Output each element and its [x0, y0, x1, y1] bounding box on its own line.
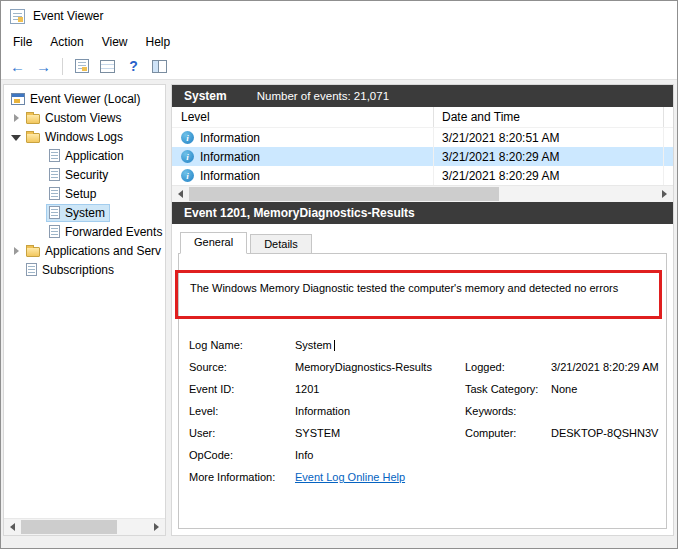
- event-row[interactable]: i Information 3/21/2021 8:20:29 AM: [172, 166, 673, 185]
- tree-item-forwarded-events[interactable]: Forwarded Events: [4, 222, 165, 241]
- event-level: Information: [200, 169, 260, 183]
- collapse-arrow-icon[interactable]: [8, 129, 24, 145]
- detail-header-bar: Event 1201, MemoryDiagnostics-Results: [172, 202, 673, 224]
- event-list: i Information 3/21/2021 8:20:51 AM i Inf…: [172, 128, 673, 185]
- field-spacer: [551, 449, 659, 462]
- help-icon: ?: [129, 59, 138, 73]
- tree-item-application[interactable]: Application: [4, 146, 165, 165]
- back-icon: ←: [10, 59, 25, 74]
- forward-icon: →: [36, 59, 51, 74]
- information-icon: i: [181, 131, 194, 144]
- folder-icon: [26, 133, 40, 143]
- event-log-icon: [49, 149, 60, 162]
- tab-general[interactable]: General: [180, 232, 247, 254]
- event-level: Information: [200, 131, 260, 145]
- tree-item-label: Event Viewer (Local): [30, 92, 141, 106]
- event-log-icon: [49, 225, 60, 238]
- properties-icon: [100, 60, 115, 73]
- datetime-cell: 3/21/2021 8:20:51 AM: [434, 128, 664, 147]
- event-id-label: Event ID:: [189, 383, 295, 396]
- toolbar-separator: [62, 58, 63, 75]
- tree-item-label: Applications and Serv: [45, 244, 161, 258]
- scroll-left-button[interactable]: [4, 519, 21, 535]
- tree-item-windows-logs[interactable]: Windows Logs: [4, 127, 165, 146]
- tree-horizontal-scrollbar[interactable]: [4, 518, 165, 535]
- scroll-left-button[interactable]: [172, 186, 189, 202]
- computer-label: Computer:: [465, 427, 551, 440]
- tree-node: Security: [47, 167, 112, 183]
- opcode-value: Info: [295, 449, 465, 462]
- logged-value: 3/21/2021 8:20:29 AM: [551, 361, 659, 374]
- event-log-online-help-link[interactable]: Event Log Online Help: [295, 471, 659, 484]
- tree-item-label: Setup: [65, 187, 96, 201]
- properties-button[interactable]: [96, 55, 119, 77]
- event-row[interactable]: i Information 3/21/2021 8:20:51 AM: [172, 128, 673, 147]
- tree-item-applications-and-services[interactable]: Applications and Serv: [4, 241, 165, 260]
- menu-view[interactable]: View: [93, 32, 137, 52]
- column-header-date-and-time[interactable]: Date and Time: [434, 107, 664, 127]
- tree-item-setup[interactable]: Setup: [4, 184, 165, 203]
- expander-spacer: [8, 262, 24, 278]
- console-tree-pane: Event Viewer (Local) Custom Views Window…: [3, 84, 166, 536]
- tab-details[interactable]: Details: [250, 234, 312, 254]
- log-name-value[interactable]: System: [295, 339, 465, 352]
- tree-item-custom-views[interactable]: Custom Views: [4, 108, 165, 127]
- tree-item-label: Forwarded Events: [65, 225, 162, 239]
- datetime-cell: 3/21/2021 8:20:29 AM: [434, 147, 664, 166]
- field-spacer: [551, 339, 659, 352]
- field-spacer: [465, 339, 551, 352]
- scrollbar-thumb[interactable]: [189, 187, 499, 201]
- more-information-label: More Information:: [189, 471, 295, 484]
- scroll-right-button[interactable]: [148, 519, 165, 535]
- tree-item-system[interactable]: System: [4, 203, 165, 222]
- user-value: SYSTEM: [295, 427, 465, 440]
- menu-help[interactable]: Help: [137, 32, 180, 52]
- task-category-value: None: [551, 383, 659, 396]
- tree-node: Subscriptions: [24, 262, 118, 278]
- scroll-right-icon: [154, 523, 159, 531]
- scroll-right-button[interactable]: [656, 186, 673, 202]
- folder-icon: [26, 114, 40, 124]
- opcode-label: OpCode:: [189, 449, 295, 462]
- general-tab-content: The Windows Memory Diagnostic tested the…: [178, 253, 667, 529]
- event-id-value: 1201: [295, 383, 465, 396]
- event-detail-pane: General Details The Windows Memory Diagn…: [172, 224, 673, 535]
- window-title: Event Viewer: [33, 9, 103, 23]
- event-description: The Windows Memory Diagnostic tested the…: [190, 282, 618, 294]
- scrollbar-thumb[interactable]: [21, 520, 117, 534]
- forward-button[interactable]: →: [32, 55, 55, 77]
- action-pane-toggle-icon: [152, 60, 167, 73]
- scroll-right-icon: [662, 190, 667, 198]
- tree-node: Windows Logs: [24, 129, 127, 145]
- event-viewer-app-icon: [10, 9, 25, 24]
- expand-arrow-icon[interactable]: [8, 243, 24, 259]
- logged-label: Logged:: [465, 361, 551, 374]
- tree-item-event-viewer-local[interactable]: Event Viewer (Local): [4, 89, 165, 108]
- event-log-icon: [49, 187, 60, 200]
- tree-node: Applications and Serv: [24, 243, 165, 259]
- menu-action[interactable]: Action: [41, 32, 92, 52]
- folder-icon: [26, 247, 40, 257]
- log-name-text: System: [295, 339, 332, 351]
- level-value: Information: [295, 405, 465, 418]
- action-pane-toggle-button[interactable]: [148, 55, 171, 77]
- menu-file[interactable]: File: [4, 32, 41, 52]
- level-cell: i Information: [172, 147, 434, 166]
- tree-node-selected: System: [47, 205, 109, 221]
- tree-item-label: Subscriptions: [42, 263, 114, 277]
- expand-arrow-icon[interactable]: [8, 110, 24, 126]
- open-saved-log-button[interactable]: [70, 55, 93, 77]
- tree-item-security[interactable]: Security: [4, 165, 165, 184]
- list-title: System: [184, 89, 227, 103]
- help-button[interactable]: ?: [122, 55, 145, 77]
- tree-node: Forwarded Events: [47, 224, 165, 240]
- back-button[interactable]: ←: [6, 55, 29, 77]
- tree-node: Setup: [47, 186, 100, 202]
- tree-node: Application: [47, 148, 128, 164]
- list-horizontal-scrollbar[interactable]: [172, 185, 673, 202]
- tree-item-subscriptions[interactable]: Subscriptions: [4, 260, 165, 279]
- event-row-selected[interactable]: i Information 3/21/2021 8:20:29 AM: [172, 147, 673, 166]
- column-header-level[interactable]: Level: [172, 107, 434, 127]
- tree-node: Event Viewer (Local): [9, 91, 145, 107]
- tree-item-label: Windows Logs: [45, 130, 123, 144]
